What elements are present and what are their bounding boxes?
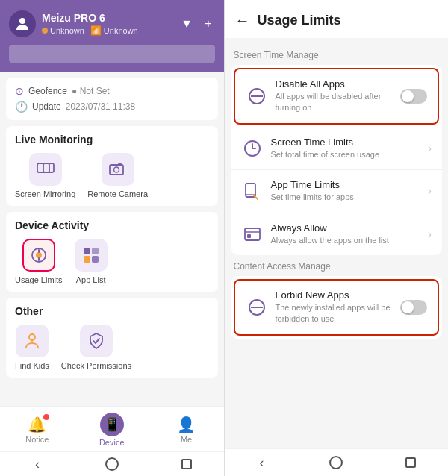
geofence-icon: ⊙ [15, 85, 24, 97]
always-allow-icon [241, 223, 264, 245]
screen-time-manage-label: Screen Time Manage [234, 50, 440, 60]
svg-rect-11 [92, 248, 99, 254]
other-section: Other Find Kids [6, 298, 218, 378]
toggle-knob [402, 90, 414, 102]
screen-time-limits-title: Screen Time Limits [271, 137, 420, 148]
header-actions: ▼ + [178, 16, 214, 32]
other-title: Other [15, 305, 209, 317]
android-nav-left: ‹ [0, 451, 224, 476]
device-icon: 📱 [100, 413, 124, 436]
android-home-right[interactable] [329, 455, 343, 470]
always-allow-text: Always Allow Always allow the apps on th… [271, 222, 420, 246]
forbid-new-apps-desc: The newly installed apps will be forbidd… [276, 302, 393, 325]
geofence-row: ⊙ Geofence ● Not Set [15, 85, 209, 97]
back-arrow-icon[interactable]: ← [235, 12, 250, 29]
nav-me[interactable]: 👤 Me [164, 416, 209, 444]
left-panel: Meizu PRO 6 Unknown 📶 Unknown ▼ [0, 0, 224, 476]
screen-mirroring-icon-box [29, 153, 62, 186]
check-permissions-label: Check Permissions [61, 361, 131, 370]
remote-camera-item[interactable]: Remote Camera [87, 153, 148, 198]
me-icon: 👤 [177, 416, 196, 433]
notice-icon: 🔔 [28, 416, 46, 433]
device-info: Meizu PRO 6 Unknown 📶 Unknown [42, 12, 138, 36]
always-allow-chevron: › [428, 228, 432, 241]
device-info-section: ⊙ Geofence ● Not Set 🕐 Update 2023/07/31… [6, 78, 218, 120]
app-time-limits-item[interactable]: App Time Limits Set time limits for apps… [231, 170, 443, 213]
screen-time-limits-icon [241, 137, 264, 160]
bottom-nav: 🔔 Notice 📱 Device 👤 Me [0, 406, 224, 451]
android-recent-left[interactable] [179, 457, 194, 472]
usage-limits-label: Usage Limits [15, 275, 63, 284]
forbid-new-apps-icon [246, 296, 268, 319]
disable-all-apps-toggle[interactable] [400, 89, 427, 104]
disable-all-apps-icon [246, 85, 268, 107]
screen-time-limits-chevron: › [428, 142, 432, 155]
svg-rect-2 [43, 163, 54, 172]
android-home-left[interactable] [105, 457, 119, 472]
notice-badge [43, 414, 49, 420]
screen-time-limits-item[interactable]: Screen Time Limits Set total time of scr… [231, 128, 443, 170]
forbid-new-apps-toggle[interactable] [400, 300, 427, 315]
find-kids-icon-box [16, 325, 49, 357]
device-activity-grid: Usage Limits App List [15, 239, 209, 284]
screen-time-limits-text: Screen Time Limits Set total time of scr… [271, 137, 420, 160]
status-row: Unknown 📶 Unknown [42, 25, 138, 36]
screen-mirroring-item[interactable]: Screen Mirroring [15, 153, 75, 198]
always-allow-desc: Always allow the apps on the list [271, 235, 420, 246]
screen-time-limits-desc: Set total time of screen usage [271, 149, 420, 160]
svg-point-4 [113, 167, 119, 172]
update-value: 2023/07/31 11:38 [66, 101, 135, 112]
update-label: Update [32, 101, 61, 112]
avatar [9, 10, 36, 37]
forbid-new-apps-item[interactable]: Forbid New Apps The newly installed apps… [235, 281, 438, 334]
usage-limits-item[interactable]: Usage Limits [15, 239, 63, 284]
screen-time-manage-card: Disable All Apps All apps will be disabl… [231, 65, 443, 255]
find-kids-label: Find Kids [15, 361, 49, 370]
geofence-value: ● Not Set [72, 86, 110, 96]
usage-limits-icon-box [22, 239, 55, 272]
android-back-left[interactable]: ‹ [30, 457, 45, 472]
live-monitoring-grid: Screen Mirroring Remote Camera [15, 153, 209, 198]
status2-label: Unknown [104, 26, 138, 35]
nav-device[interactable]: 📱 Device [90, 413, 134, 447]
remote-camera-label: Remote Camera [87, 190, 148, 198]
check-permissions-icon-box [80, 325, 113, 357]
forbid-new-apps-title: Forbid New Apps [276, 289, 393, 301]
find-kids-item[interactable]: Find Kids [15, 325, 49, 370]
svg-rect-5 [118, 163, 122, 166]
nav-notice-label: Notice [25, 435, 49, 444]
app-list-item[interactable]: App List [75, 239, 108, 284]
dropdown-button[interactable]: ▼ [178, 16, 196, 32]
svg-point-15 [31, 340, 33, 342]
status-item-1: Unknown [42, 26, 84, 35]
status1-label: Unknown [50, 26, 84, 35]
nav-device-label: Device [99, 438, 125, 447]
svg-point-0 [19, 18, 25, 24]
android-nav-right: ‹ [225, 448, 449, 476]
android-recent-right[interactable] [403, 455, 418, 470]
app-time-limits-desc: Set time limits for apps [271, 192, 420, 203]
forbid-toggle-knob [402, 301, 414, 313]
android-back-right[interactable]: ‹ [254, 455, 269, 470]
live-monitoring-title: Live Monitoring [15, 134, 209, 145]
device-header: Meizu PRO 6 Unknown 📶 Unknown ▼ [0, 0, 224, 72]
svg-rect-9 [38, 257, 40, 261]
app-list-label: App List [76, 275, 106, 284]
app-time-limits-chevron: › [428, 184, 432, 198]
disable-all-apps-desc: All apps will be disabled after turning … [276, 91, 393, 114]
app-time-limits-title: App Time Limits [271, 179, 420, 190]
always-allow-item[interactable]: Always Allow Always allow the apps on th… [231, 213, 443, 255]
svg-rect-12 [84, 256, 90, 263]
nav-me-label: Me [181, 435, 192, 444]
nav-notice[interactable]: 🔔 Notice [15, 416, 60, 444]
live-monitoring-section: Live Monitoring Screen Mirroring [6, 126, 218, 206]
check-permissions-item[interactable]: Check Permissions [61, 325, 131, 370]
disable-all-apps-item[interactable]: Disable All Apps All apps will be disabl… [235, 69, 438, 123]
content-access-manage-label: Content Access Manage [234, 261, 440, 272]
update-icon: 🕐 [15, 101, 28, 113]
status-dot-orange [42, 28, 48, 34]
forbid-new-apps-container: Forbid New Apps The newly installed apps… [234, 279, 440, 336]
user-info-section: Meizu PRO 6 Unknown 📶 Unknown [9, 10, 138, 37]
add-button[interactable]: + [202, 16, 214, 32]
svg-point-14 [29, 334, 35, 340]
